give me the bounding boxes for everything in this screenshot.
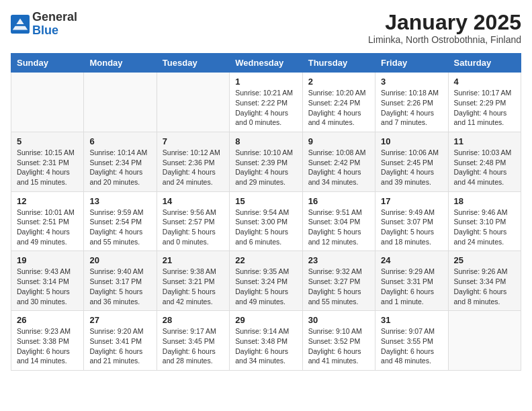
month-title: January 2025 bbox=[368, 11, 521, 34]
day-number: 18 bbox=[454, 196, 515, 206]
day-info: Sunrise: 9:32 AM Sunset: 3:27 PM Dayligh… bbox=[308, 267, 369, 306]
calendar-cell bbox=[84, 73, 157, 132]
logo: General Blue bbox=[11, 11, 77, 38]
day-number: 24 bbox=[381, 255, 442, 265]
calendar-cell: 6Sunrise: 10:14 AM Sunset: 2:34 PM Dayli… bbox=[84, 132, 157, 191]
day-info: Sunrise: 10:20 AM Sunset: 2:24 PM Daylig… bbox=[308, 88, 369, 128]
day-number: 7 bbox=[163, 136, 224, 146]
calendar-cell: 20Sunrise: 9:40 AM Sunset: 3:17 PM Dayli… bbox=[84, 251, 157, 311]
calendar-cell: 13Sunrise: 9:59 AM Sunset: 2:54 PM Dayli… bbox=[84, 191, 157, 251]
day-info: Sunrise: 9:29 AM Sunset: 3:31 PM Dayligh… bbox=[381, 267, 442, 306]
day-info: Sunrise: 9:10 AM Sunset: 3:52 PM Dayligh… bbox=[308, 326, 369, 366]
day-info: Sunrise: 10:12 AM Sunset: 2:36 PM Daylig… bbox=[163, 148, 224, 187]
calendar-cell: 8Sunrise: 10:10 AM Sunset: 2:39 PM Dayli… bbox=[230, 132, 302, 191]
day-number: 1 bbox=[235, 77, 296, 87]
page-header: General Blue January 2025 Liminka, North… bbox=[11, 11, 521, 45]
day-number: 30 bbox=[308, 315, 369, 325]
calendar-cell: 23Sunrise: 9:32 AM Sunset: 3:27 PM Dayli… bbox=[302, 251, 375, 311]
day-info: Sunrise: 9:35 AM Sunset: 3:24 PM Dayligh… bbox=[235, 267, 296, 306]
day-info: Sunrise: 9:43 AM Sunset: 3:14 PM Dayligh… bbox=[17, 267, 78, 306]
calendar-cell: 19Sunrise: 9:43 AM Sunset: 3:14 PM Dayli… bbox=[11, 251, 84, 311]
calendar-cell: 15Sunrise: 9:54 AM Sunset: 3:00 PM Dayli… bbox=[230, 191, 302, 251]
title-block: January 2025 Liminka, North Ostrobothnia… bbox=[368, 11, 521, 45]
day-number: 9 bbox=[308, 136, 369, 146]
day-number: 20 bbox=[89, 255, 150, 265]
calendar-cell: 31Sunrise: 9:07 AM Sunset: 3:55 PM Dayli… bbox=[375, 311, 448, 371]
day-number: 14 bbox=[163, 196, 224, 206]
day-number: 5 bbox=[17, 136, 78, 146]
calendar-cell: 25Sunrise: 9:26 AM Sunset: 3:34 PM Dayli… bbox=[448, 251, 521, 311]
calendar-table: Sunday Monday Tuesday Wednesday Thursday… bbox=[11, 53, 521, 371]
day-info: Sunrise: 9:38 AM Sunset: 3:21 PM Dayligh… bbox=[163, 267, 224, 306]
day-info: Sunrise: 10:15 AM Sunset: 2:31 PM Daylig… bbox=[17, 148, 78, 187]
calendar-cell: 27Sunrise: 9:20 AM Sunset: 3:41 PM Dayli… bbox=[84, 311, 157, 371]
day-number: 13 bbox=[89, 196, 150, 206]
calendar-body: 1Sunrise: 10:21 AM Sunset: 2:22 PM Dayli… bbox=[11, 73, 521, 371]
day-number: 22 bbox=[235, 255, 296, 265]
header-row: Sunday Monday Tuesday Wednesday Thursday… bbox=[11, 54, 521, 73]
calendar-cell: 1Sunrise: 10:21 AM Sunset: 2:22 PM Dayli… bbox=[230, 73, 302, 132]
calendar-header: Sunday Monday Tuesday Wednesday Thursday… bbox=[11, 54, 521, 73]
week-row-3: 12Sunrise: 10:01 AM Sunset: 2:51 PM Dayl… bbox=[11, 191, 521, 251]
day-number: 19 bbox=[17, 255, 78, 265]
day-info: Sunrise: 10:17 AM Sunset: 2:29 PM Daylig… bbox=[454, 88, 515, 128]
logo-text: General Blue bbox=[32, 11, 77, 38]
day-number: 10 bbox=[381, 136, 442, 146]
calendar-cell: 22Sunrise: 9:35 AM Sunset: 3:24 PM Dayli… bbox=[230, 251, 302, 311]
calendar-cell: 17Sunrise: 9:49 AM Sunset: 3:07 PM Dayli… bbox=[375, 191, 448, 251]
col-thursday: Thursday bbox=[302, 54, 375, 73]
logo-blue: Blue bbox=[32, 24, 58, 37]
day-number: 15 bbox=[235, 196, 296, 206]
day-info: Sunrise: 9:26 AM Sunset: 3:34 PM Dayligh… bbox=[454, 267, 515, 306]
logo-icon bbox=[11, 15, 30, 34]
calendar-cell: 7Sunrise: 10:12 AM Sunset: 2:36 PM Dayli… bbox=[157, 132, 229, 191]
day-info: Sunrise: 9:51 AM Sunset: 3:04 PM Dayligh… bbox=[308, 208, 369, 247]
calendar-cell: 24Sunrise: 9:29 AM Sunset: 3:31 PM Dayli… bbox=[375, 251, 448, 311]
day-number: 6 bbox=[89, 136, 150, 146]
col-saturday: Saturday bbox=[448, 54, 521, 73]
calendar-cell: 11Sunrise: 10:03 AM Sunset: 2:48 PM Dayl… bbox=[448, 132, 521, 191]
day-number: 2 bbox=[308, 77, 369, 87]
day-info: Sunrise: 10:21 AM Sunset: 2:22 PM Daylig… bbox=[235, 88, 296, 128]
day-number: 26 bbox=[17, 315, 78, 325]
day-number: 23 bbox=[308, 255, 369, 265]
day-info: Sunrise: 10:03 AM Sunset: 2:48 PM Daylig… bbox=[454, 148, 515, 187]
calendar-cell: 26Sunrise: 9:23 AM Sunset: 3:38 PM Dayli… bbox=[11, 311, 84, 371]
day-info: Sunrise: 9:46 AM Sunset: 3:10 PM Dayligh… bbox=[454, 208, 515, 247]
day-info: Sunrise: 9:54 AM Sunset: 3:00 PM Dayligh… bbox=[235, 208, 296, 247]
day-number: 12 bbox=[17, 196, 78, 206]
calendar-cell: 21Sunrise: 9:38 AM Sunset: 3:21 PM Dayli… bbox=[157, 251, 229, 311]
calendar-cell: 10Sunrise: 10:06 AM Sunset: 2:45 PM Dayl… bbox=[375, 132, 448, 191]
week-row-2: 5Sunrise: 10:15 AM Sunset: 2:31 PM Dayli… bbox=[11, 132, 521, 191]
day-info: Sunrise: 10:18 AM Sunset: 2:26 PM Daylig… bbox=[381, 88, 442, 128]
col-monday: Monday bbox=[84, 54, 157, 73]
calendar-cell bbox=[157, 73, 229, 132]
day-number: 21 bbox=[163, 255, 224, 265]
day-number: 4 bbox=[454, 77, 515, 87]
day-number: 16 bbox=[308, 196, 369, 206]
calendar-cell: 16Sunrise: 9:51 AM Sunset: 3:04 PM Dayli… bbox=[302, 191, 375, 251]
calendar-cell bbox=[11, 73, 84, 132]
calendar-cell: 2Sunrise: 10:20 AM Sunset: 2:24 PM Dayli… bbox=[302, 73, 375, 132]
day-info: Sunrise: 9:07 AM Sunset: 3:55 PM Dayligh… bbox=[381, 326, 442, 366]
week-row-4: 19Sunrise: 9:43 AM Sunset: 3:14 PM Dayli… bbox=[11, 251, 521, 311]
day-number: 29 bbox=[235, 315, 296, 325]
col-sunday: Sunday bbox=[11, 54, 84, 73]
day-info: Sunrise: 10:01 AM Sunset: 2:51 PM Daylig… bbox=[17, 208, 78, 247]
calendar-cell: 5Sunrise: 10:15 AM Sunset: 2:31 PM Dayli… bbox=[11, 132, 84, 191]
day-number: 31 bbox=[381, 315, 442, 325]
calendar-cell: 29Sunrise: 9:14 AM Sunset: 3:48 PM Dayli… bbox=[230, 311, 302, 371]
calendar-cell: 30Sunrise: 9:10 AM Sunset: 3:52 PM Dayli… bbox=[302, 311, 375, 371]
calendar-cell: 12Sunrise: 10:01 AM Sunset: 2:51 PM Dayl… bbox=[11, 191, 84, 251]
day-number: 3 bbox=[381, 77, 442, 87]
logo-general: General bbox=[32, 10, 77, 24]
col-wednesday: Wednesday bbox=[230, 54, 302, 73]
day-number: 28 bbox=[163, 315, 224, 325]
day-info: Sunrise: 9:14 AM Sunset: 3:48 PM Dayligh… bbox=[235, 326, 296, 366]
day-info: Sunrise: 9:23 AM Sunset: 3:38 PM Dayligh… bbox=[17, 326, 78, 366]
svg-rect-2 bbox=[13, 24, 27, 26]
day-info: Sunrise: 9:20 AM Sunset: 3:41 PM Dayligh… bbox=[89, 326, 150, 366]
day-info: Sunrise: 10:10 AM Sunset: 2:39 PM Daylig… bbox=[235, 148, 296, 187]
calendar-cell: 28Sunrise: 9:17 AM Sunset: 3:45 PM Dayli… bbox=[157, 311, 229, 371]
day-number: 25 bbox=[454, 255, 515, 265]
